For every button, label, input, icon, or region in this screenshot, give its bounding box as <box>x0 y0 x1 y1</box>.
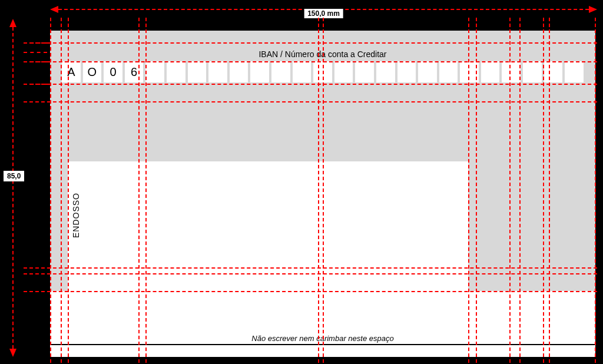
tick-mark <box>24 52 47 53</box>
dimension-width-label: 150,0 mm <box>304 9 343 18</box>
dimension-height-label: 85,0 <box>4 171 24 181</box>
guide-horizontal <box>24 42 597 44</box>
guide-horizontal <box>24 267 597 269</box>
guide-vertical <box>509 18 511 363</box>
iban-cell: 0 <box>104 61 122 82</box>
dimension-top: 150,0 mm <box>50 2 597 16</box>
iban-cell <box>355 61 374 82</box>
arrow-left-icon <box>50 6 58 13</box>
iban-cell <box>376 61 395 82</box>
iban-cell <box>188 61 207 82</box>
guide-vertical <box>549 18 550 363</box>
arrow-down-icon <box>9 349 16 357</box>
dimension-line-vertical <box>12 27 14 349</box>
guide-vertical <box>323 18 324 363</box>
guide-vertical <box>68 18 69 363</box>
endosso-label: ENDOSSO <box>71 193 81 238</box>
guide-vertical <box>50 18 51 363</box>
tick-mark <box>24 84 47 85</box>
guide-vertical <box>519 18 521 363</box>
guide-horizontal <box>24 61 597 62</box>
iban-cell <box>439 61 458 82</box>
guide-vertical <box>595 18 596 363</box>
iban-cell <box>481 61 500 82</box>
tick-mark <box>24 61 47 62</box>
guide-vertical <box>468 18 469 363</box>
iban-cell: A <box>62 61 81 82</box>
iban-cell: 6 <box>125 61 144 82</box>
iban-cell <box>565 61 584 82</box>
guide-vertical <box>476 18 477 363</box>
iban-cell <box>145 61 164 82</box>
iban-cell <box>293 61 312 82</box>
guide-horizontal <box>24 101 597 102</box>
iban-cell <box>250 61 269 82</box>
iban-cell <box>167 61 185 82</box>
arrow-up-icon <box>9 19 16 27</box>
iban-cell <box>230 61 249 82</box>
iban-cell <box>502 61 521 82</box>
iban-cell <box>544 61 563 82</box>
guide-vertical <box>543 18 544 363</box>
guide-horizontal <box>24 273 597 274</box>
guide-vertical <box>61 18 62 363</box>
guide-vertical <box>145 18 147 363</box>
iban-cell <box>397 61 416 82</box>
guide-horizontal <box>24 84 597 85</box>
iban-cell <box>418 61 437 82</box>
iban-cell: O <box>83 61 102 82</box>
guide-horizontal <box>24 291 597 292</box>
iban-cell <box>208 61 227 82</box>
guide-vertical <box>138 18 140 363</box>
guide-vertical <box>318 18 319 363</box>
iban-cell <box>523 61 542 82</box>
iban-cell <box>334 61 353 82</box>
dimension-line-horizontal: 150,0 mm <box>58 9 589 10</box>
arrow-right-icon <box>589 6 597 13</box>
tick-mark <box>24 42 47 44</box>
endosso-area <box>68 161 468 332</box>
dimension-left: 85,0 <box>6 19 20 357</box>
iban-cell <box>271 61 290 82</box>
